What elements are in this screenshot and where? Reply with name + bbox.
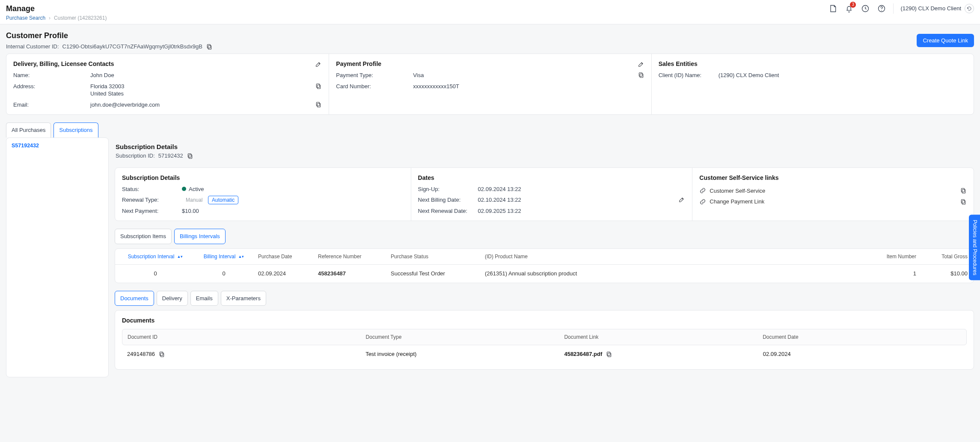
breadcrumb-current: Customer (142823261) xyxy=(54,15,107,21)
cell-product: (261351) Annual subscription product xyxy=(485,270,865,278)
client-id-name-value: (1290) CLX Demo Client xyxy=(719,72,967,79)
self-service-link[interactable]: Customer Self-Service xyxy=(710,187,765,195)
tab-billing-intervals[interactable]: Billings Intervals xyxy=(174,229,226,244)
details-title: Subscription Details xyxy=(122,174,404,182)
tab-documents[interactable]: Documents xyxy=(115,291,154,306)
client-selector[interactable]: (1290) CLX Demo Client xyxy=(900,4,974,13)
th-subscription-interval[interactable]: Subscription Interval▲▾ xyxy=(128,253,183,260)
breadcrumb-root[interactable]: Purchase Search xyxy=(6,15,45,21)
lower-tabs: Documents Delivery Emails X-Parameters xyxy=(115,291,974,306)
internal-id-label: Internal Customer ID: xyxy=(6,43,59,51)
change-payment-link[interactable]: Change Payment Link xyxy=(710,198,764,206)
edit-icon[interactable] xyxy=(638,61,644,68)
status-value: Active xyxy=(182,185,404,193)
subscription-inner-tabs: Subscription Items Billings Intervals xyxy=(115,229,974,244)
documents-row: 249148786 Test invoice (receipt) 4582364… xyxy=(122,345,967,363)
client-id-name-label: Client (ID) Name: xyxy=(659,72,719,79)
note-icon[interactable] xyxy=(828,4,837,13)
email-value: john.doe@cleverbridge.com xyxy=(90,101,315,109)
sidebar-item-subscription[interactable]: S57192432 xyxy=(12,142,103,149)
tab-subscriptions[interactable]: Subscriptions xyxy=(53,122,98,137)
th-item-number: Item Number xyxy=(865,253,916,260)
card-label: Card Number: xyxy=(336,83,413,90)
tab-x-parameters[interactable]: X-Parameters xyxy=(221,291,266,306)
next-billing-value: 02.10.2024 13:22 xyxy=(478,196,679,204)
breadcrumb: Purchase Search › Customer (142823261) xyxy=(6,15,107,21)
tab-delivery[interactable]: Delivery xyxy=(157,291,188,306)
documents-card: Documents Document ID Document Type Docu… xyxy=(115,310,974,370)
copy-icon[interactable] xyxy=(158,351,165,358)
sales-panel: Sales Entities Client (ID) Name: (1290) … xyxy=(651,54,974,114)
cell-bill-interval: 0 xyxy=(190,270,258,278)
card-value: xxxxxxxxxxxx150T xyxy=(413,83,637,90)
next-renewal-value: 02.09.2025 13:22 xyxy=(478,207,679,215)
doc-link[interactable]: 458236487.pdf xyxy=(564,350,602,358)
renewal-automatic[interactable]: Automatic xyxy=(208,196,238,204)
internal-id: C1290-Obtsi6aykU7CGT7nZFAaWgqmytGjl0trkB… xyxy=(62,43,202,51)
address-label: Address: xyxy=(13,83,90,90)
next-payment-label: Next Payment: xyxy=(122,207,182,215)
doc-type: Test invoice (receipt) xyxy=(365,350,564,358)
copy-icon[interactable] xyxy=(315,83,322,90)
cell-status: Successful Test Order xyxy=(391,270,485,278)
cell-reference[interactable]: 458236487 xyxy=(318,270,391,278)
address-line2: United States xyxy=(90,90,315,98)
self-service-link-row: Customer Self-Service xyxy=(699,185,967,197)
copy-icon[interactable] xyxy=(315,101,322,108)
self-service-title: Customer Self-Service links xyxy=(699,174,967,182)
edit-icon[interactable] xyxy=(678,196,685,203)
email-label: Email: xyxy=(13,101,90,109)
sort-icon: ▲▾ xyxy=(238,255,244,258)
th-doc-date: Document Date xyxy=(763,334,961,340)
payment-panel: Payment Profile Payment Type: Visa Card … xyxy=(329,54,651,114)
renewal-type-label: Renewal Type: xyxy=(122,196,182,204)
th-status: Purchase Status xyxy=(391,253,485,260)
next-payment-value: $10.00 xyxy=(182,207,404,215)
page-header: Customer Profile Internal Customer ID: C… xyxy=(0,24,980,54)
copy-icon[interactable] xyxy=(606,351,612,358)
tab-subscription-items[interactable]: Subscription Items xyxy=(115,229,172,244)
cell-total-gross: $10.00 xyxy=(916,270,968,278)
subscription-id: 57192432 xyxy=(158,152,183,160)
payment-type-value: Visa xyxy=(413,72,637,79)
refresh-icon[interactable] xyxy=(965,4,974,13)
main-tabs: All Purchases Subscriptions xyxy=(6,122,974,137)
dates-col: Dates Sign-Up: 02.09.2024 13:22 Next Bil… xyxy=(411,168,692,221)
documents-title: Documents xyxy=(122,317,967,325)
signup-value: 02.09.2024 13:22 xyxy=(478,185,679,193)
tab-emails[interactable]: Emails xyxy=(190,291,218,306)
subscription-sidebar: S57192432 xyxy=(6,137,109,377)
subscription-id-label: Subscription ID: xyxy=(116,152,155,160)
next-renewal-label: Next Renewal Date: xyxy=(418,207,478,215)
address-value: Florida 32003 United States xyxy=(90,83,315,98)
notification-badge: 3 xyxy=(850,2,856,8)
copy-icon[interactable] xyxy=(960,187,967,194)
cell-purchase-date: 02.09.2024 xyxy=(258,270,318,278)
copy-icon[interactable] xyxy=(206,43,213,50)
help-icon[interactable] xyxy=(877,4,886,13)
change-payment-link-row: Change Payment Link xyxy=(699,196,967,207)
renewal-manual[interactable]: Manual xyxy=(182,196,206,204)
edit-icon[interactable] xyxy=(315,61,322,68)
copy-icon[interactable] xyxy=(638,72,644,78)
info-panels: Delivery, Billing, Licensee Contacts Nam… xyxy=(6,54,974,115)
clock-icon[interactable] xyxy=(861,4,870,13)
bell-icon[interactable]: 3 xyxy=(844,4,854,13)
th-total-gross: Total Gross xyxy=(916,253,968,260)
cell-sub-interval: 0 xyxy=(121,270,190,278)
th-billing-interval[interactable]: Billing Interval▲▾ xyxy=(204,253,244,260)
copy-icon[interactable] xyxy=(960,198,967,205)
create-quote-link-button[interactable]: Create Quote Link xyxy=(917,34,974,47)
copy-icon[interactable] xyxy=(187,152,193,159)
dates-title: Dates xyxy=(418,174,686,182)
contacts-panel: Delivery, Billing, Licensee Contacts Nam… xyxy=(6,54,329,114)
tab-all-purchases[interactable]: All Purchases xyxy=(6,122,51,137)
divider xyxy=(893,3,894,14)
table-header: Subscription Interval▲▾ Billing Interval… xyxy=(115,249,974,265)
documents-table-header: Document ID Document Type Document Link … xyxy=(122,329,967,345)
address-line1: Florida 32003 xyxy=(90,83,315,90)
table-row[interactable]: 0 0 02.09.2024 458236487 Successful Test… xyxy=(115,265,974,283)
policies-side-tab[interactable]: Policies and Procedures xyxy=(969,215,980,280)
client-label: (1290) CLX Demo Client xyxy=(900,5,961,12)
name-label: Name: xyxy=(13,72,90,79)
